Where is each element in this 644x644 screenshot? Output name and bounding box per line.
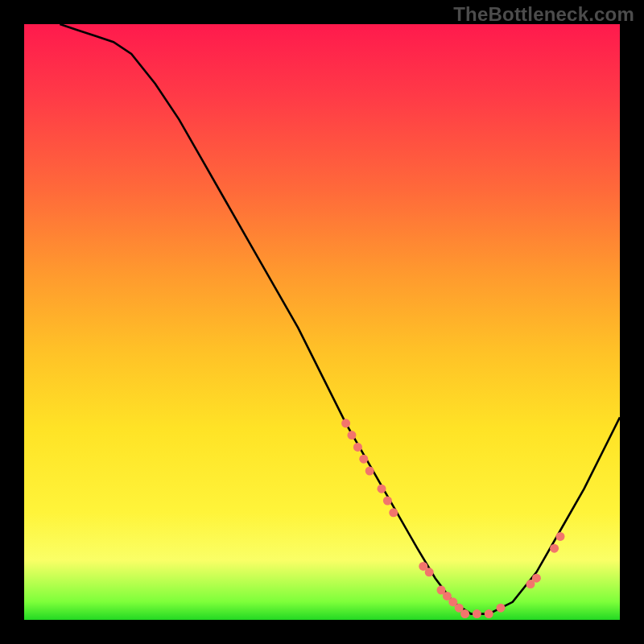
bottleneck-curve bbox=[60, 24, 620, 614]
highlight-dot bbox=[532, 574, 541, 583]
highlight-dot bbox=[383, 497, 392, 506]
highlight-dot bbox=[378, 485, 386, 493]
highlight-dot bbox=[389, 508, 398, 517]
highlight-dot bbox=[473, 609, 481, 618]
highlight-dot bbox=[550, 544, 559, 553]
highlight-dot bbox=[425, 568, 434, 576]
highlight-dot bbox=[460, 609, 469, 618]
highlight-dot bbox=[359, 455, 368, 464]
plot-area bbox=[24, 24, 620, 620]
highlight-dot bbox=[365, 467, 374, 476]
highlight-dot bbox=[353, 443, 362, 452]
highlight-dots bbox=[341, 419, 564, 618]
highlight-dot bbox=[556, 532, 565, 541]
watermark-text: TheBottleneck.com bbox=[453, 3, 634, 26]
highlight-dot bbox=[348, 431, 357, 440]
highlight-dot bbox=[497, 604, 506, 613]
highlight-dot bbox=[341, 419, 350, 427]
highlight-dot bbox=[485, 609, 493, 618]
curve-layer bbox=[24, 24, 620, 620]
chart-frame: TheBottleneck.com bbox=[0, 0, 644, 644]
